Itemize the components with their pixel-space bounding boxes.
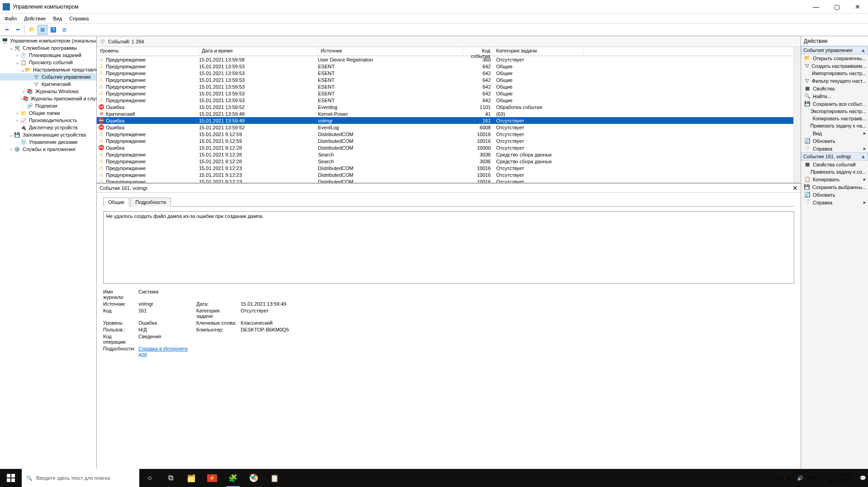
maximize-button[interactable]: ▢ bbox=[826, 0, 847, 14]
event-row[interactable]: ⚠Предупреждение15.01.2021 9:12:28Search3… bbox=[97, 151, 793, 158]
tree-twisty-icon[interactable]: › bbox=[14, 118, 20, 123]
event-row[interactable]: ⚠Предупреждение15.01.2021 9:12:23Distrib… bbox=[97, 171, 793, 178]
action-item[interactable]: 📂Открыть сохраненны... bbox=[801, 54, 868, 62]
action-item[interactable]: 🔄Обновить bbox=[801, 137, 868, 145]
tree-node[interactable]: ›📚Журналы Windows bbox=[0, 88, 96, 95]
grid-header[interactable]: Уровень Дата и время Источник Код событи… bbox=[97, 47, 793, 56]
forward-button[interactable]: ➡ bbox=[13, 25, 23, 35]
col-code[interactable]: Код события bbox=[463, 47, 493, 56]
up-button[interactable]: 📁 bbox=[27, 25, 37, 35]
action-item[interactable]: 📋Копировать▸ bbox=[801, 175, 868, 183]
taskview-icon[interactable]: ⧉ bbox=[160, 469, 181, 487]
app-icon-2[interactable]: 📋 bbox=[264, 469, 285, 487]
minimize-button[interactable]: — bbox=[806, 0, 826, 14]
tray-clock[interactable]: 8:25 16.01.2021 bbox=[824, 473, 854, 483]
event-row[interactable]: ⚠Предупреждение15.01.2021 13:59:53ESENT6… bbox=[97, 97, 793, 104]
menu-file[interactable]: Файл bbox=[2, 15, 19, 22]
start-button[interactable] bbox=[0, 469, 22, 487]
tray-volume-icon[interactable]: 🔊 bbox=[797, 475, 803, 481]
tab-general[interactable]: Общие bbox=[103, 198, 129, 207]
event-row[interactable]: ⛔Ошибка15.01.2021 13:59:52EventLog6008От… bbox=[97, 124, 793, 131]
tray-lang[interactable]: РУС bbox=[809, 475, 819, 481]
tray-notifications-icon[interactable]: 💬 bbox=[860, 475, 866, 481]
event-row[interactable]: ⚠Предупреждение15.01.2021 9:12:59Distrib… bbox=[97, 137, 793, 144]
event-row[interactable]: ⚠Предупреждение15.01.2021 13:59:53ESENT6… bbox=[97, 63, 793, 70]
action-item[interactable]: ▦Свойства событий bbox=[801, 161, 868, 168]
event-row[interactable]: ⚠Предупреждение15.01.2021 13:59:53ESENT6… bbox=[97, 70, 793, 76]
tree-pane[interactable]: 🖥️Управление компьютером (локальным)⌄🛠️С… bbox=[0, 36, 97, 469]
panel-button[interactable]: ▥ bbox=[59, 25, 69, 35]
tree-node[interactable]: 🔗Подписки bbox=[0, 102, 96, 109]
app-icon-1[interactable]: ⚡ bbox=[202, 469, 223, 487]
action-item[interactable]: Копировать настраив... bbox=[801, 115, 868, 122]
event-row[interactable]: ⛔Ошибка15.01.2021 13:59:52Eventlog1101Об… bbox=[97, 104, 793, 110]
taskbar[interactable]: 🔍 Введите здесь текст для поиска ○ ⧉ 🗂️ … bbox=[0, 469, 868, 487]
event-row[interactable]: ⛔Ошибка15.01.2021 9:12:28DistributedCOM1… bbox=[97, 144, 793, 151]
cortana-icon[interactable]: ○ bbox=[139, 469, 160, 487]
tree-node[interactable]: ⌄📂Настраиваемые представления bbox=[0, 66, 96, 73]
col-category[interactable]: Категория задачи bbox=[493, 47, 584, 56]
close-button[interactable]: ✕ bbox=[847, 0, 868, 14]
tree-twisty-icon[interactable]: ⌄ bbox=[8, 45, 14, 51]
event-row[interactable]: ⊘Критический15.01.2021 13:59:49Kernel-Po… bbox=[97, 110, 793, 117]
tree-node[interactable]: ▽Критический bbox=[0, 80, 96, 88]
event-row[interactable]: ⚠Предупреждение15.01.2021 9:12:23Distrib… bbox=[97, 178, 793, 183]
menu-action[interactable]: Действие bbox=[21, 15, 48, 22]
back-button[interactable]: ⬅ bbox=[2, 25, 12, 35]
menu-view[interactable]: Вид bbox=[50, 15, 65, 22]
action-item[interactable]: Экспортировать настр... bbox=[801, 108, 868, 115]
tree-node[interactable]: ›⏱️Планировщик заданий bbox=[0, 52, 96, 59]
action-item[interactable]: Привязать задачу к на... bbox=[801, 122, 868, 129]
tree-node[interactable]: ▽События управления bbox=[0, 73, 96, 80]
tree-twisty-icon[interactable]: › bbox=[14, 52, 20, 58]
collapse-icon[interactable]: ▲ bbox=[861, 47, 866, 53]
tree-node[interactable]: 🔌Диспетчер устройств bbox=[0, 124, 96, 131]
tree-twisty-icon[interactable]: › bbox=[14, 110, 20, 116]
taskbar-search[interactable]: 🔍 Введите здесь текст для поиска bbox=[22, 469, 139, 487]
tree-node[interactable]: 🖥️Управление компьютером (локальным) bbox=[0, 37, 96, 44]
compmgmt-icon[interactable]: 🧩 bbox=[223, 469, 243, 487]
tree-node[interactable]: 💿Управление дисками bbox=[0, 138, 96, 146]
actions-section-1[interactable]: События управления▲ bbox=[801, 46, 868, 54]
event-row[interactable]: ⚠Предупреждение15.01.2021 13:59:53ESENT6… bbox=[97, 90, 793, 97]
tree-node[interactable]: ⌄💾Запоминающие устройства bbox=[0, 131, 96, 138]
tree-node[interactable]: ›📁Общие папки bbox=[0, 109, 96, 117]
systray[interactable]: ˄ ▭ 🖧 🔊 РУС 8:25 16.01.2021 💬 bbox=[768, 473, 868, 483]
tray-network-icon[interactable]: 🖧 bbox=[787, 475, 792, 481]
tree-twisty-icon[interactable]: ⌄ bbox=[8, 132, 14, 138]
grid-rows[interactable]: ⚠Предупреждение15.01.2021 13:59:58User D… bbox=[97, 56, 793, 183]
event-row[interactable]: ⚠Предупреждение15.01.2021 13:59:58User D… bbox=[97, 56, 793, 63]
event-row[interactable]: ⚠Предупреждение15.01.2021 13:59:53ESENT6… bbox=[97, 83, 793, 90]
tree-node[interactable]: ›📈Производительность bbox=[0, 117, 96, 124]
properties-button[interactable]: ▦ bbox=[38, 25, 47, 35]
collapse-icon[interactable]: ▲ bbox=[861, 154, 866, 159]
action-item[interactable]: ▦Свойства bbox=[801, 85, 868, 92]
action-item[interactable]: ▽Создать настраиваем... bbox=[801, 62, 868, 70]
action-item[interactable]: Импортировать настр... bbox=[801, 70, 868, 77]
scrollbar[interactable] bbox=[793, 47, 801, 183]
action-item[interactable]: ▽Фильтр текущего наст... bbox=[801, 77, 868, 85]
action-item[interactable]: ❔Справка▸ bbox=[801, 199, 868, 206]
tab-details[interactable]: Подробности bbox=[130, 198, 171, 207]
event-row[interactable]: ⛔Ошибка15.01.2021 13:59:49volmgr161Отсут… bbox=[97, 117, 793, 124]
action-item[interactable]: Привязать задачу к со... bbox=[801, 168, 868, 175]
explorer-icon[interactable]: 🗂️ bbox=[181, 469, 202, 487]
col-level[interactable]: Уровень bbox=[97, 47, 199, 56]
event-row[interactable]: ⚠Предупреждение15.01.2021 13:59:53ESENT6… bbox=[97, 76, 793, 83]
tray-chevron-icon[interactable]: ˄ bbox=[768, 475, 771, 481]
event-row[interactable]: ⚠Предупреждение15.01.2021 9:12:28Search3… bbox=[97, 158, 793, 165]
tree-twisty-icon[interactable]: › bbox=[21, 89, 26, 94]
tree-twisty-icon[interactable]: ⌄ bbox=[14, 60, 20, 66]
actions-section-2[interactable]: Событие 161, volmgr▲ bbox=[801, 152, 868, 161]
action-item[interactable]: 🔍Найти... bbox=[801, 92, 868, 100]
tree-node[interactable]: ›⚙️Службы и приложения bbox=[0, 146, 96, 153]
event-row[interactable]: ⚠Предупреждение15.01.2021 9:12:59Distrib… bbox=[97, 131, 793, 137]
meta-help-link[interactable]: Справка в Интернете для bbox=[138, 346, 188, 357]
col-date[interactable]: Дата и время bbox=[199, 47, 318, 56]
tree-node[interactable]: ›📚Журналы приложений и служб bbox=[0, 95, 96, 102]
menu-help[interactable]: Справка bbox=[66, 15, 91, 22]
detail-close-button[interactable]: ✕ bbox=[792, 184, 798, 192]
help-button[interactable]: ? bbox=[48, 25, 58, 35]
col-source[interactable]: Источник bbox=[318, 47, 463, 56]
action-item[interactable]: 🔄Обновить bbox=[801, 191, 868, 199]
